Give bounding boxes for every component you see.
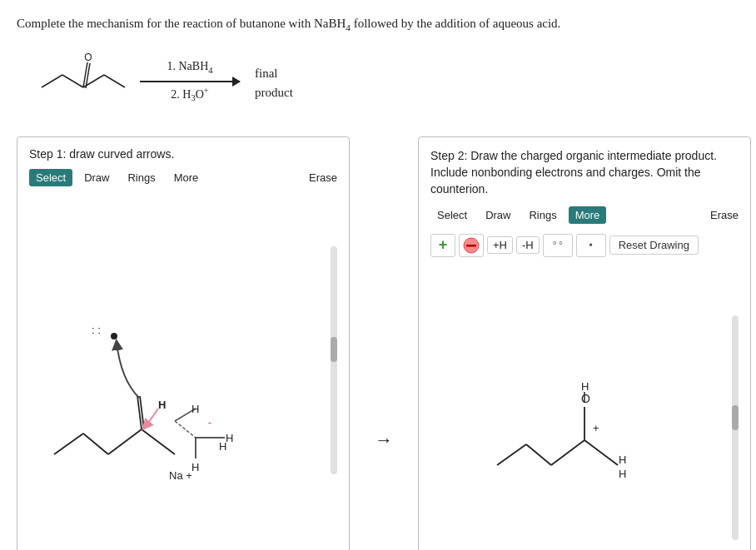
step2-draw-button[interactable]: Draw: [479, 206, 517, 224]
step2-scrollbar[interactable]: [732, 315, 739, 540]
svg-text:H: H: [158, 399, 166, 411]
step2-tool-row: + +H -H ° ° • Reset Drawing: [430, 234, 739, 257]
question-text2: followed by the addition of aqueous acid…: [351, 17, 560, 30]
reaction-conditions: 1. NaBH4: [167, 60, 212, 75]
add-hydrogen-button[interactable]: +H: [487, 236, 513, 254]
double-dot-icon: ° °: [553, 240, 563, 251]
step1-scrollbar[interactable]: [331, 246, 337, 474]
svg-text:O: O: [581, 392, 590, 405]
step2-select-button[interactable]: Select: [430, 206, 474, 224]
step1-draw-button[interactable]: Draw: [77, 169, 116, 186]
step1-box: Step 1: draw curved arrows. Select Draw …: [17, 136, 350, 550]
step1-more-button[interactable]: More: [167, 169, 206, 186]
step2-drawing-area: O + H H H: [430, 265, 739, 548]
single-dot-icon: •: [589, 240, 593, 251]
step1-select-button[interactable]: Select: [29, 169, 72, 186]
step2-toolbar: Select Draw Rings More Erase: [430, 206, 739, 224]
svg-text:-: -: [208, 417, 211, 427]
svg-text:H: H: [619, 468, 626, 480]
condition1: 1. NaBH4: [167, 60, 212, 75]
question-main: Complete the mechanism for the reaction …: [17, 17, 346, 30]
step1-molecule-svg: : : H: [29, 196, 337, 479]
step1-scrollbar-thumb: [331, 337, 337, 362]
double-dot-button[interactable]: ° °: [543, 234, 573, 257]
add-charge-button[interactable]: +: [430, 234, 455, 257]
svg-rect-27: [466, 245, 476, 247]
svg-point-8: [111, 333, 117, 339]
svg-text:H: H: [226, 432, 233, 444]
svg-line-10: [83, 434, 108, 454]
reaction-conditions2: 2. H3O+: [171, 86, 208, 102]
svg-line-9: [54, 434, 83, 454]
svg-text:+: +: [593, 422, 599, 434]
step1-title: Step 1: draw curved arrows.: [29, 147, 337, 161]
single-dot-button[interactable]: •: [576, 234, 606, 257]
final-product-label: finalproduct: [255, 64, 293, 102]
steps-row: Step 1: draw curved arrows. Select Draw …: [17, 136, 739, 550]
step1-drawing-area: : : H: [29, 196, 337, 483]
svg-line-11: [108, 429, 142, 454]
condition2: 2. H3O+: [171, 86, 208, 102]
svg-line-1: [62, 75, 83, 87]
remove-hydrogen-button[interactable]: -H: [516, 236, 540, 254]
reset-drawing-button[interactable]: Reset Drawing: [609, 235, 699, 255]
reaction-arrow: [140, 81, 240, 82]
step2-description: Step 2: Draw the charged organic interme…: [430, 147, 739, 198]
svg-text:: :: : :: [92, 324, 101, 336]
svg-line-0: [42, 75, 62, 87]
svg-line-28: [497, 444, 526, 465]
svg-line-12: [142, 429, 175, 454]
step2-erase-button[interactable]: Erase: [710, 209, 739, 221]
step2-box: Step 2: Draw the charged organic interme…: [418, 136, 751, 550]
step2-molecule-svg: O + H H H: [430, 265, 739, 507]
butanone-structure: O: [33, 50, 133, 116]
question-text: Complete the mechanism for the reaction …: [17, 15, 739, 35]
svg-line-3: [104, 75, 125, 87]
svg-line-30: [551, 440, 584, 465]
step2-rings-button[interactable]: Rings: [522, 206, 563, 224]
remove-charge-button[interactable]: [459, 234, 484, 257]
reaction-arrow-area: 1. NaBH4 2. H3O+: [140, 60, 240, 107]
step2-scrollbar-thumb: [732, 405, 739, 430]
reaction-scheme: O 1. NaBH4 2. H3O+ finalproduct: [33, 50, 739, 116]
svg-line-29: [526, 444, 551, 465]
minus-circle-icon: [463, 237, 480, 254]
step1-rings-button[interactable]: Rings: [121, 169, 162, 186]
svg-text:O: O: [84, 52, 92, 63]
plus-icon: +: [439, 236, 448, 254]
svg-text:Na +: Na +: [169, 469, 192, 479]
svg-text:H: H: [191, 461, 199, 473]
step1-toolbar: Select Draw Rings More Erase: [29, 169, 337, 186]
step1-erase-button[interactable]: Erase: [309, 171, 337, 184]
svg-text:H: H: [581, 380, 589, 393]
between-arrow: →: [366, 320, 401, 550]
svg-line-31: [584, 440, 618, 465]
svg-text:H: H: [191, 403, 199, 415]
svg-line-16: [175, 421, 196, 438]
step2-more-button[interactable]: More: [569, 206, 607, 224]
svg-text:H: H: [619, 453, 626, 466]
